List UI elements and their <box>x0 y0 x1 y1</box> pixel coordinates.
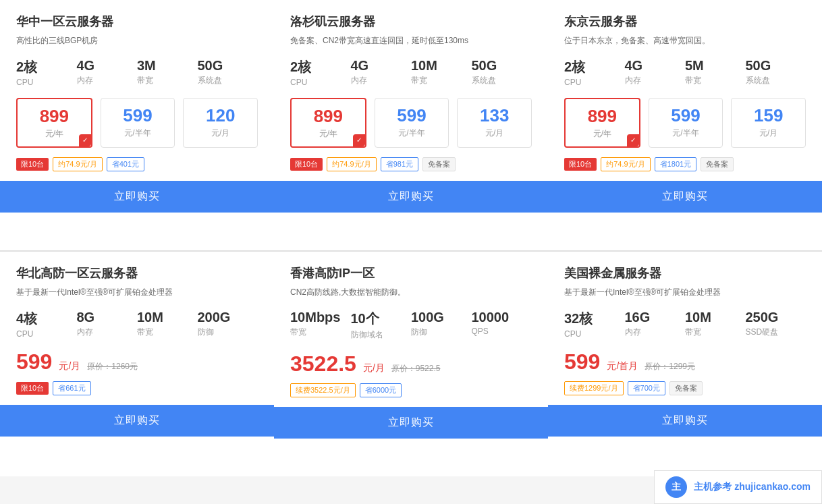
card-title: 香港高防IP一区 <box>290 265 532 281</box>
card-desc: 位于日本东京，免备案、高速带宽回国。 <box>564 35 806 47</box>
spec-value: 100G <box>411 310 472 325</box>
spec-label: 系统盘 <box>198 75 258 86</box>
spec-item: 5M带宽 <box>685 58 746 87</box>
price-amount: 899 <box>571 106 634 127</box>
price-box[interactable]: 599元/半年 <box>375 98 449 148</box>
price-box[interactable]: 899元/年 <box>564 98 640 148</box>
tag-red: 限10台 <box>16 382 49 395</box>
buy-button[interactable]: 立即购买 <box>0 405 274 437</box>
price-box[interactable]: 159元/月 <box>731 98 806 148</box>
price-box[interactable]: 599元/半年 <box>649 98 723 148</box>
spec-item: 4G内存 <box>625 58 686 87</box>
spec-value: 3M <box>137 58 198 74</box>
buy-button[interactable]: 立即购买 <box>548 181 822 213</box>
tag-gray: 免备案 <box>701 157 734 171</box>
spec-value: 200G <box>198 310 258 325</box>
price-amount: 133 <box>463 105 526 126</box>
price-box[interactable]: 899元/年 <box>16 98 92 148</box>
price-box[interactable]: 899元/年 <box>290 98 366 148</box>
price-unit: 元/月 <box>189 128 252 139</box>
price-unit: 元/半年 <box>107 128 169 139</box>
tag-blue-border: 省6000元 <box>360 383 402 397</box>
spec-item: 50G系统盘 <box>198 58 258 87</box>
spec-item: 10M带宽 <box>685 310 746 339</box>
tag-blue-border: 省1801元 <box>655 157 696 171</box>
spec-value: 10M <box>137 310 198 325</box>
spec-label: 内存 <box>351 75 412 86</box>
tag-gray: 免备案 <box>669 381 703 395</box>
spec-value: 50G <box>198 58 258 74</box>
spec-value: 10M <box>411 58 472 74</box>
price-box[interactable]: 120元/月 <box>183 98 258 148</box>
server-card-top-1: 洛杉矶云服务器免备案、CN2带宽高速直连回国，延时低至130ms2核CPU4G内… <box>274 0 548 250</box>
spec-value: 10M <box>685 310 746 325</box>
spec-item: 10个防御域名 <box>351 310 412 341</box>
spec-item: 10M带宽 <box>137 310 198 339</box>
spec-label: QPS <box>472 327 532 336</box>
price-line: 3522.5元/月原价：9522.5 <box>290 352 532 376</box>
spec-value: 16G <box>625 310 686 325</box>
spec-item: 4G内存 <box>351 58 412 87</box>
price-original: 原价：1299元 <box>645 361 695 372</box>
card-desc: CN2高防线路,大数据智能防御。 <box>290 287 532 299</box>
spec-label: 系统盘 <box>472 75 532 86</box>
spec-item: 4核CPU <box>16 310 77 339</box>
tag-red: 限10台 <box>16 158 49 171</box>
spec-label: 内存 <box>77 327 138 338</box>
spec-value: 8G <box>77 310 138 325</box>
spec-value: 10个 <box>351 310 412 328</box>
price-box[interactable]: 133元/月 <box>457 98 532 148</box>
spec-value: 4G <box>77 58 138 74</box>
server-card-top-2: 东京云服务器位于日本东京，免备案、高速带宽回国。2核CPU4G内存5M带宽50G… <box>548 0 822 250</box>
spec-value: 2核 <box>564 58 625 76</box>
spec-item: 10000QPS <box>472 310 532 341</box>
spec-item: 100G防御 <box>411 310 472 341</box>
card-desc: 基于最新一代Intel®至强®可扩展铂金处理器 <box>564 287 806 299</box>
spec-item: 50G系统盘 <box>746 58 806 87</box>
spec-label: CPU <box>16 78 77 87</box>
price-unit: 元/年 <box>297 128 360 140</box>
spec-label: 带宽 <box>290 327 351 338</box>
price-box[interactable]: 599元/半年 <box>101 98 175 148</box>
spec-item: 10Mbps带宽 <box>290 310 351 341</box>
price-unit: 元/半年 <box>381 128 443 139</box>
spec-value: 50G <box>746 58 806 74</box>
spec-item: 8G内存 <box>77 310 138 339</box>
spec-value: 32核 <box>564 310 625 328</box>
spec-label: 防御 <box>411 327 472 338</box>
spec-label: 内存 <box>625 327 686 338</box>
price-amount: 599 <box>655 105 717 126</box>
card-title: 华中一区云服务器 <box>16 13 258 30</box>
card-title: 美国裸金属服务器 <box>564 265 806 281</box>
server-card-bottom-0: 华北高防一区云服务器基于最新一代Intel®至强®可扩展铂金处理器4核CPU8G… <box>0 252 274 476</box>
price-unit: 元/首月 <box>607 360 638 372</box>
buy-button[interactable]: 立即购买 <box>548 405 822 437</box>
spec-item: 3M带宽 <box>137 58 198 87</box>
spec-item: 16G内存 <box>625 310 686 339</box>
spec-item: 250GSSD硬盘 <box>746 310 806 339</box>
spec-value: 4核 <box>16 310 77 328</box>
price-main: 599 <box>16 349 52 374</box>
buy-button[interactable]: 立即购买 <box>0 181 274 213</box>
buy-button[interactable]: 立即购买 <box>274 407 548 439</box>
spec-value: 50G <box>472 58 532 74</box>
spec-item: 50G系统盘 <box>472 58 532 87</box>
price-original: 原价：9522.5 <box>391 363 441 374</box>
buy-button[interactable]: 立即购买 <box>274 181 548 213</box>
spec-item: 2核CPU <box>290 58 351 87</box>
price-unit: 元/半年 <box>655 128 717 139</box>
tag-red: 限10台 <box>290 158 323 171</box>
tag-blue-border: 省700元 <box>628 381 665 395</box>
price-main: 3522.5 <box>290 352 356 376</box>
tag-blue-border: 省661元 <box>53 381 90 395</box>
spec-value: 10Mbps <box>290 310 351 325</box>
spec-label: 带宽 <box>137 327 198 338</box>
price-unit: 元/月 <box>59 360 80 372</box>
spec-item: 2核CPU <box>564 58 625 87</box>
tag-blue-border: 省401元 <box>107 157 144 171</box>
spec-label: 带宽 <box>411 75 472 86</box>
spec-value: 250G <box>746 310 806 325</box>
spec-value: 2核 <box>16 58 77 76</box>
price-amount: 899 <box>23 106 86 127</box>
price-line: 599元/首月原价：1299元 <box>564 349 806 374</box>
